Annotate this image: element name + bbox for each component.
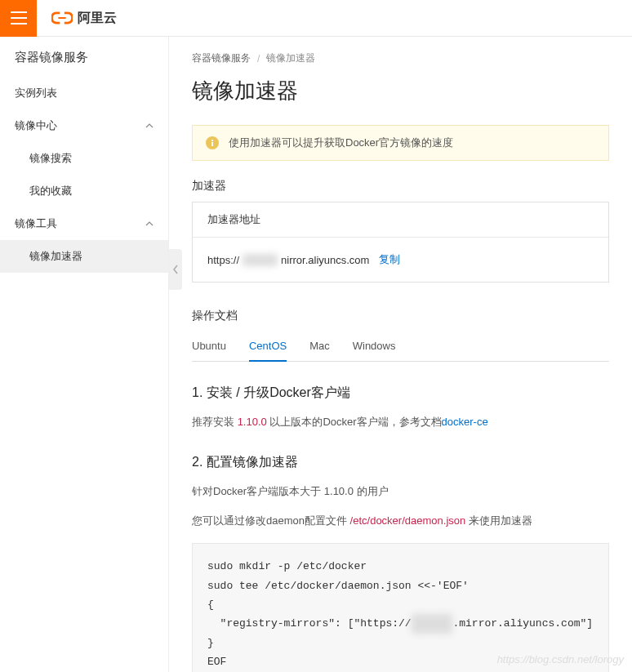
info-alert: 使用加速器可以提升获取Docker官方镜像的速度 (192, 125, 609, 161)
sidebar-item-image-center[interactable]: 镜像中心 (0, 109, 168, 142)
breadcrumb-root[interactable]: 容器镜像服务 (192, 51, 251, 65)
sidebar-item-image-tools[interactable]: 镜像工具 (0, 207, 168, 240)
tab-ubuntu[interactable]: Ubuntu (192, 332, 226, 361)
top-header: 阿里云 (0, 0, 632, 37)
sidebar-item-label: 镜像工具 (15, 216, 57, 231)
os-tabs: Ubuntu CentOS Mac Windows (192, 332, 609, 362)
breadcrumb: 容器镜像服务 / 镜像加速器 (192, 51, 609, 65)
tab-mac[interactable]: Mac (309, 332, 330, 361)
sidebar-item-image-search[interactable]: 镜像搜索 (0, 142, 168, 175)
alert-text: 使用加速器可以提升获取Docker官方镜像的速度 (229, 136, 453, 150)
breadcrumb-current: 镜像加速器 (266, 51, 315, 65)
svg-rect-2 (211, 142, 213, 146)
copy-link[interactable]: 复制 (379, 252, 400, 267)
sidebar-title: 容器镜像服务 (0, 50, 168, 77)
sidebar-item-label: 镜像加速器 (29, 249, 82, 264)
aliyun-logo-icon (51, 10, 73, 26)
step2-paragraph2: 您可以通过修改daemon配置文件 /etc/docker/daemon.jso… (192, 512, 609, 530)
step2-paragraph1: 针对Docker客户端版本大于 1.10.0 的用户 (192, 483, 609, 501)
card-header: 加速器地址 (193, 202, 608, 238)
chevron-up-icon (145, 220, 154, 228)
step1-paragraph: 推荐安装 1.10.0 以上版本的Docker客户端，参考文档docker-ce (192, 413, 609, 431)
brand-logo[interactable]: 阿里云 (51, 10, 117, 27)
sidebar-item-instances[interactable]: 实例列表 (0, 77, 168, 109)
docker-ce-link[interactable]: docker-ce (442, 416, 488, 428)
step2-title: 2. 配置镜像加速器 (192, 454, 609, 471)
sidebar-item-label: 实例列表 (15, 86, 57, 100)
url-hidden-part: xxxxxx (243, 254, 278, 266)
main-content: 容器镜像服务 / 镜像加速器 镜像加速器 使用加速器可以提升获取Docker官方… (169, 37, 632, 672)
sidebar-item-label: 镜像中心 (15, 118, 57, 133)
chevron-up-icon (145, 122, 154, 130)
chevron-left-icon (172, 265, 179, 274)
watermark: https://blog.csdn.net/lorogy (497, 653, 624, 665)
svg-rect-1 (211, 140, 213, 141)
sidebar-item-label: 我的收藏 (29, 184, 72, 198)
sidebar-item-label: 镜像搜索 (29, 151, 72, 166)
sidebar: 容器镜像服务 实例列表 镜像中心 镜像搜索 我的收藏 镜像工具 镜像加速器 (0, 37, 169, 672)
page-title: 镜像加速器 (192, 77, 609, 105)
brand-name: 阿里云 (78, 10, 117, 27)
hamburger-icon (11, 11, 27, 24)
docs-heading: 操作文档 (192, 309, 609, 323)
sidebar-collapse-handle[interactable] (169, 249, 182, 290)
accelerator-section-label: 加速器 (192, 179, 609, 194)
url-prefix: https:// (207, 254, 239, 266)
breadcrumb-separator: / (257, 53, 260, 65)
card-body: https://xxxxxxnirror.aliyuncs.com 复制 (193, 238, 608, 282)
hamburger-menu-button[interactable] (0, 0, 37, 37)
tab-centos[interactable]: CentOS (249, 332, 287, 362)
sidebar-item-my-favorites[interactable]: 我的收藏 (0, 175, 168, 207)
url-suffix: nirror.aliyuncs.com (281, 254, 369, 266)
sidebar-item-image-accelerator[interactable]: 镜像加速器 (0, 240, 168, 273)
tab-windows[interactable]: Windows (353, 332, 396, 361)
info-icon (206, 136, 219, 149)
accelerator-card: 加速器地址 https://xxxxxxnirror.aliyuncs.com … (192, 202, 609, 283)
step1-title: 1. 安装 / 升级Docker客户端 (192, 385, 609, 402)
